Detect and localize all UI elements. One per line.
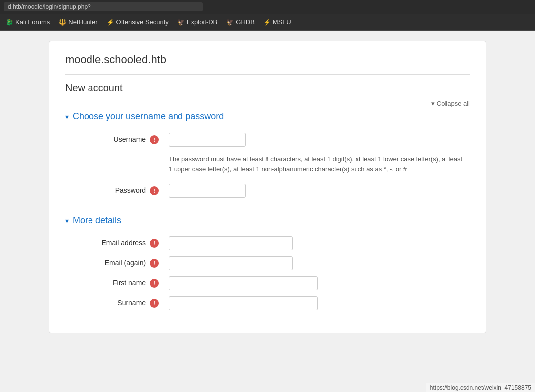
section1-title: Choose your username and password xyxy=(73,111,224,122)
browser-bar: d.htb/moodle/login/signup.php? xyxy=(0,0,535,14)
password-input[interactable] xyxy=(169,184,246,198)
site-title: moodle.schooled.htb xyxy=(65,53,470,66)
firstname-label: First name xyxy=(113,279,146,287)
surname-input-cell xyxy=(165,293,470,313)
collapse-chevron-icon: ▾ xyxy=(431,100,435,107)
form-container: moodle.schooled.htb New account ▾ Collap… xyxy=(49,41,486,333)
surname-row: Surname ! xyxy=(65,293,470,313)
bookmark-offensive-security[interactable]: ⚡ Offensive Security xyxy=(103,16,173,28)
password-row: Password ! xyxy=(65,181,470,201)
section2-toggle-icon[interactable]: ▾ xyxy=(65,217,69,225)
surname-required-icon: ! xyxy=(150,299,159,308)
email-row: Email address ! xyxy=(65,234,470,253)
password-input-cell xyxy=(165,181,470,201)
username-label-cell: Username ! xyxy=(65,130,165,150)
nethunter-icon: 🔱 xyxy=(59,19,66,26)
password-label-cell: Password ! xyxy=(65,181,165,201)
bookmark-ghdb[interactable]: 🦅 GHDB xyxy=(222,16,259,28)
email-label: Email address xyxy=(101,239,146,247)
section1-header: ▾ Choose your username and password xyxy=(65,111,470,122)
password-label: Password xyxy=(115,186,146,194)
msfu-icon: ⚡ xyxy=(264,19,271,26)
section1-form-table: Username ! The password must have at lea… xyxy=(65,130,470,201)
url-bar[interactable]: d.htb/moodle/login/signup.php? xyxy=(4,2,203,11)
email-again-input-cell xyxy=(165,253,470,273)
exploitdb-icon: 🦅 xyxy=(178,19,185,26)
section2-title: More details xyxy=(73,215,121,226)
firstname-input-cell xyxy=(165,273,470,293)
offsec-icon: ⚡ xyxy=(107,19,114,26)
ghdb-icon: 🦅 xyxy=(226,19,234,26)
bookmark-msfu-label: MSFU xyxy=(273,18,291,26)
firstname-input[interactable] xyxy=(169,276,318,290)
username-input[interactable] xyxy=(169,133,246,147)
username-input-cell xyxy=(165,130,470,150)
password-required-icon: ! xyxy=(150,186,159,195)
email-again-row: Email (again) ! xyxy=(65,253,470,273)
username-required-icon: ! xyxy=(150,135,159,144)
section2-form-table: Email address ! Email (again) ! First xyxy=(65,234,470,313)
surname-label: Surname xyxy=(117,299,146,307)
password-hint-cell: The password must have at least 8 charac… xyxy=(165,150,470,181)
bookmark-ghdb-label: GHDB xyxy=(236,18,255,26)
page-title: New account xyxy=(65,82,470,94)
collapse-all-label: Collapse all xyxy=(437,100,470,107)
username-label: Username xyxy=(114,135,146,143)
bookmark-kali-label: Kali Forums xyxy=(15,18,50,26)
top-divider xyxy=(65,74,470,75)
email-again-label: Email (again) xyxy=(105,259,146,267)
section1-toggle-icon[interactable]: ▾ xyxy=(65,113,69,121)
page-area: moodle.schooled.htb New account ▾ Collap… xyxy=(0,31,535,392)
surname-label-cell: Surname ! xyxy=(65,293,165,313)
password-hint: The password must have at least 8 charac… xyxy=(169,155,466,174)
email-input[interactable] xyxy=(169,236,293,250)
email-again-required-icon: ! xyxy=(150,259,159,268)
username-row: Username ! xyxy=(65,130,470,150)
email-required-icon: ! xyxy=(150,239,159,248)
bookmarks-bar: 🐉 Kali Forums 🔱 NetHunter ⚡ Offensive Se… xyxy=(0,14,535,31)
email-input-cell xyxy=(165,234,470,253)
email-again-label-cell: Email (again) ! xyxy=(65,253,165,273)
status-url: https://blog.csdn.net/weixin_47158875 xyxy=(430,384,531,391)
bookmark-nethunter-label: NetHunter xyxy=(68,18,97,26)
status-bar: https://blog.csdn.net/weixin_47158875 xyxy=(426,383,535,392)
bookmark-nethunter[interactable]: 🔱 NetHunter xyxy=(55,16,101,28)
email-again-input[interactable] xyxy=(169,256,293,270)
kali-icon: 🐉 xyxy=(6,19,13,26)
bookmark-exploitdb-label: Exploit-DB xyxy=(187,18,217,26)
bookmark-offsec-label: Offensive Security xyxy=(116,18,169,26)
bookmark-msfu[interactable]: ⚡ MSFU xyxy=(260,16,295,28)
collapse-all-row: ▾ Collapse all xyxy=(65,100,470,107)
firstname-label-cell: First name ! xyxy=(65,273,165,293)
bookmark-exploit-db[interactable]: 🦅 Exploit-DB xyxy=(174,16,221,28)
section1-hr xyxy=(65,207,470,207)
password-hint-row: The password must have at least 8 charac… xyxy=(65,150,470,181)
surname-input[interactable] xyxy=(169,296,318,310)
collapse-all-link[interactable]: ▾ Collapse all xyxy=(431,100,470,107)
email-label-cell: Email address ! xyxy=(65,234,165,253)
firstname-row: First name ! xyxy=(65,273,470,293)
bookmark-kali-forums[interactable]: 🐉 Kali Forums xyxy=(2,16,54,28)
firstname-required-icon: ! xyxy=(150,279,159,288)
password-hint-label-cell xyxy=(65,150,165,181)
section2-header: ▾ More details xyxy=(65,215,470,226)
